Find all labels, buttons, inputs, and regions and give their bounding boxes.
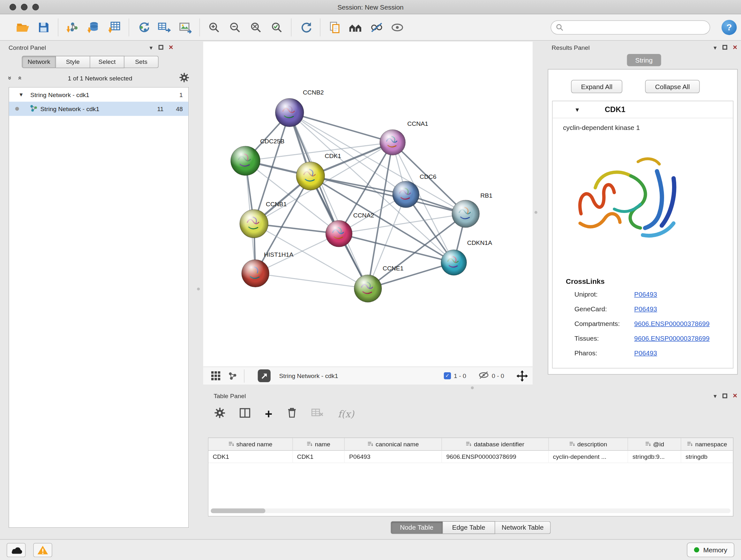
select-columns-icon[interactable] [239,408,251,420]
duplicate-network-icon[interactable] [324,17,345,37]
gene-section-header[interactable]: ▼ CDK1 [552,101,733,118]
zoom-selected-icon[interactable] [266,17,287,37]
network-share-icon [29,104,37,114]
section-caret-icon[interactable]: ▼ [575,106,580,113]
crosslink-link[interactable]: 9606.ENSP00000378699 [634,334,710,342]
show-all-icon[interactable] [387,17,408,37]
network-node-RB1[interactable] [452,200,479,228]
toolbar-search [551,20,711,35]
tab-select[interactable]: Select [90,56,125,68]
network-view-share-icon[interactable] [224,366,240,386]
cloud-icon[interactable] [7,543,26,557]
column-header[interactable]: namespace [681,438,733,450]
network-graph[interactable]: CCNB2CCNA1CDC25BCDK1CDC6RB1CCNB1CCNA2CDK… [203,42,533,367]
column-header[interactable]: database identifier [442,438,549,450]
network-node-CCNA2[interactable] [326,220,352,247]
node-table: shared name name canonical name database… [208,437,734,516]
table-row[interactable]: CDK1 CDK1 P06493 9606.ENSP00000378699 cy… [208,451,733,463]
crosslink-link[interactable]: 9606.ENSP00000378699 [634,320,710,327]
network-row[interactable]: String Network - cdk1 11 48 [9,102,188,116]
apply-layout-icon[interactable] [295,17,316,37]
scrollbar-thumb[interactable] [211,509,265,513]
table-gear-icon[interactable] [214,408,225,420]
collapse-all-networks-icon[interactable]: » [7,76,14,80]
collection-caret-icon[interactable]: ▼ [18,91,23,98]
zoom-fit-icon[interactable] [246,17,266,37]
window-minimize-button[interactable] [21,4,27,10]
network-node-CDKN1A[interactable] [441,250,467,275]
tab-string[interactable]: String [627,54,661,66]
expand-all-button[interactable]: Expand All [571,80,622,93]
column-header[interactable]: description [549,438,628,450]
save-session-icon[interactable] [33,17,54,37]
splitter-handle[interactable] [197,288,200,291]
new-network-selection-icon[interactable] [133,17,154,37]
edge-count: 48 [176,105,183,112]
add-column-icon[interactable]: + [265,409,272,419]
panel-close-icon[interactable]: × [733,393,737,399]
import-network-database-icon[interactable] [83,17,104,37]
network-node-CCNA1[interactable] [380,130,405,155]
horizontal-scrollbar[interactable] [211,509,731,513]
import-network-file-icon[interactable] [62,17,83,37]
tab-node-table[interactable]: Node Table [391,521,443,534]
splitter-handle[interactable] [535,211,537,214]
crosslink-link[interactable]: P06493 [634,349,657,357]
network-node-CDC25B[interactable] [231,146,260,176]
network-options-gear-icon[interactable] [179,72,189,83]
warning-icon[interactable] [33,543,52,557]
import-table-file-icon[interactable] [104,17,125,37]
window-close-button[interactable] [10,4,16,10]
column-header[interactable]: name [293,438,345,450]
window-zoom-button[interactable] [32,4,39,10]
network-node-CCNB2[interactable] [275,98,304,127]
crosslink-link[interactable]: P06493 [634,291,657,298]
network-canvas[interactable]: CCNB2CCNA1CDC25BCDK1CDC6RB1CCNB1CCNA2CDK… [203,42,533,367]
network-node-CCNE1[interactable] [354,275,382,302]
selected-checkbox-icon[interactable]: ✓ [444,372,451,379]
memory-button[interactable]: Memory [687,543,734,557]
panel-float-icon[interactable] [722,394,727,398]
panel-float-icon[interactable] [158,45,163,50]
tab-style[interactable]: Style [56,56,90,68]
panel-menu-icon[interactable]: ▾ [714,44,717,51]
network-node-CCNB1[interactable] [240,209,268,238]
panel-close-icon[interactable]: × [169,44,173,51]
first-neighbors-icon[interactable] [345,17,366,37]
tab-edge-table[interactable]: Edge Table [443,521,495,534]
expand-all-networks-icon[interactable]: » [15,76,23,80]
panel-close-icon[interactable]: × [733,44,737,51]
search-input[interactable] [563,22,710,33]
node-label: CDKN1A [467,240,492,246]
column-header[interactable]: shared name [208,438,293,450]
network-collection-row[interactable]: ▼ String Network - cdk1 1 [9,87,188,102]
splitter-handle[interactable] [471,386,474,389]
pan-mode-icon[interactable] [516,370,528,381]
collapse-all-button[interactable]: Collapse All [645,80,700,93]
zoom-out-icon[interactable] [225,17,246,37]
tab-network-table[interactable]: Network Table [495,521,551,534]
network-node-CDC6[interactable] [393,181,419,207]
tab-sets[interactable]: Sets [125,56,158,68]
zoom-in-icon[interactable] [204,17,224,37]
panel-float-icon[interactable] [722,45,727,50]
node-label: CDC25B [260,138,284,145]
panel-menu-icon[interactable]: ▾ [150,44,153,51]
tab-network[interactable]: Network [22,56,56,68]
panel-menu-icon[interactable]: ▾ [714,392,717,399]
grid-view-icon[interactable] [208,366,224,386]
hidden-eye-slash-icon[interactable] [478,371,489,381]
network-from-table-icon[interactable] [154,17,175,37]
hide-selected-icon[interactable] [366,17,387,37]
network-node-HIST1H1A[interactable] [242,260,269,287]
delete-column-icon[interactable] [286,408,297,420]
column-header[interactable]: canonical name [345,438,442,450]
control-panel: Control Panel ▾ × Network Style Select S… [0,42,199,539]
open-session-icon[interactable] [12,17,33,37]
detach-view-icon[interactable] [258,369,271,382]
help-icon[interactable]: ? [722,20,737,35]
network-node-CDK1[interactable] [296,162,325,190]
column-header[interactable]: @id [628,438,681,450]
export-image-icon[interactable] [175,17,195,37]
crosslink-link[interactable]: P06493 [634,305,657,313]
